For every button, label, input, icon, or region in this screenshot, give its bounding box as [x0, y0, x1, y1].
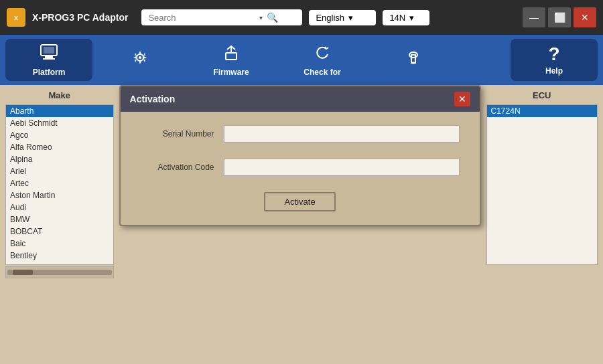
- nav-item-check[interactable]: Check for: [279, 39, 366, 81]
- check-icon: [312, 43, 333, 65]
- svg-point-11: [411, 62, 415, 64]
- list-item[interactable]: BOBCAT: [6, 225, 113, 238]
- nav-label-check: Check for: [304, 68, 340, 77]
- dialog-title: Activation: [130, 94, 176, 104]
- serial-number-label: Serial Number: [141, 129, 214, 139]
- serial-number-input[interactable]: [224, 125, 460, 143]
- svg-point-7: [139, 56, 141, 59]
- activation-code-label: Activation Code: [141, 163, 214, 172]
- nav-item-settings[interactable]: [96, 39, 184, 81]
- ecu-title: ECU: [486, 90, 598, 100]
- list-item[interactable]: Aston Martin: [6, 189, 113, 201]
- svg-text:X: X: [14, 15, 18, 21]
- search-arrow-icon: ▾: [259, 14, 263, 21]
- nav-label-platform: Platform: [33, 68, 66, 77]
- firmware-icon: [220, 43, 242, 65]
- activation-code-input[interactable]: [224, 159, 460, 176]
- nav-label-firmware: Firmware: [213, 68, 249, 77]
- svg-rect-3: [44, 47, 54, 54]
- nav-bar: Platform Firmware Check for ? Help: [0, 35, 603, 85]
- list-item[interactable]: C1724N: [487, 105, 597, 117]
- list-item[interactable]: Audi: [6, 201, 113, 213]
- center-area: Activation ✕ Serial Number Activation Co…: [119, 85, 481, 364]
- window-controls: — ⬜ ✕: [523, 7, 596, 27]
- version-arrow-icon: ▾: [409, 13, 414, 23]
- make-panel: Make AbarthAebi SchmidtAgcoAlfa RomeoAlp…: [0, 85, 119, 364]
- settings-icon: [129, 48, 151, 70]
- nav-item-tool[interactable]: [370, 39, 457, 81]
- app-icon: X: [7, 8, 25, 27]
- list-item[interactable]: Aebi Schmidt: [6, 117, 113, 129]
- list-item[interactable]: Baic: [6, 238, 113, 250]
- maximize-button[interactable]: ⬜: [548, 7, 571, 27]
- dialog-body: Serial Number Activation Code Activate: [121, 112, 480, 225]
- tool-icon: [403, 48, 424, 70]
- list-item[interactable]: Bentley: [6, 250, 113, 262]
- help-icon: ?: [548, 45, 559, 64]
- svg-rect-4: [45, 56, 53, 58]
- nav-item-firmware[interactable]: Firmware: [188, 39, 275, 81]
- ecu-panel: ECU C1724N version:V00.01: [481, 85, 603, 364]
- activate-button[interactable]: Activate: [264, 192, 335, 211]
- nav-item-platform[interactable]: Platform: [5, 39, 92, 81]
- activation-code-row: Activation Code: [141, 159, 460, 176]
- dialog-header: Activation ✕: [121, 86, 480, 112]
- make-hscroll[interactable]: [5, 266, 114, 278]
- list-item[interactable]: Agco: [6, 129, 113, 141]
- list-item[interactable]: Alfa Romeo: [6, 141, 113, 153]
- platform-icon: [38, 43, 60, 65]
- version-label: 14N: [389, 13, 405, 23]
- close-button[interactable]: ✕: [574, 7, 596, 27]
- ecu-list[interactable]: C1724N: [486, 104, 598, 265]
- language-selector[interactable]: English ▾: [309, 10, 376, 25]
- nav-label-help: Help: [545, 66, 563, 76]
- language-label: English: [316, 13, 344, 23]
- list-item[interactable]: BMW: [6, 213, 113, 225]
- list-item[interactable]: Alpina: [6, 153, 113, 165]
- make-title: Make: [5, 90, 114, 100]
- search-input[interactable]: [148, 13, 255, 23]
- svg-rect-5: [43, 58, 55, 60]
- minimize-button[interactable]: —: [523, 7, 545, 27]
- list-item[interactable]: Bugatti: [6, 262, 113, 265]
- main-area: Make AbarthAebi SchmidtAgcoAlfa RomeoAlp…: [0, 85, 603, 364]
- list-item[interactable]: Abarth: [6, 105, 113, 117]
- nav-item-help[interactable]: ? Help: [511, 39, 598, 81]
- app-title: X-PROG3 PC Adaptor: [32, 12, 128, 23]
- version-selector[interactable]: 14N ▾: [383, 10, 429, 25]
- search-icon: 🔍: [267, 12, 278, 23]
- make-list[interactable]: AbarthAebi SchmidtAgcoAlfa RomeoAlpinaAr…: [5, 104, 114, 265]
- search-box[interactable]: ▾ 🔍: [141, 9, 302, 25]
- list-item[interactable]: Artec: [6, 177, 113, 189]
- list-item[interactable]: Ariel: [6, 165, 113, 177]
- title-bar: X X-PROG3 PC Adaptor ▾ 🔍 English ▾ 14N ▾…: [0, 0, 603, 35]
- activation-dialog: Activation ✕ Serial Number Activation Co…: [119, 85, 481, 226]
- serial-number-row: Serial Number: [141, 125, 460, 143]
- language-arrow-icon: ▾: [348, 13, 353, 23]
- dialog-close-button[interactable]: ✕: [454, 92, 470, 106]
- svg-rect-8: [226, 53, 237, 60]
